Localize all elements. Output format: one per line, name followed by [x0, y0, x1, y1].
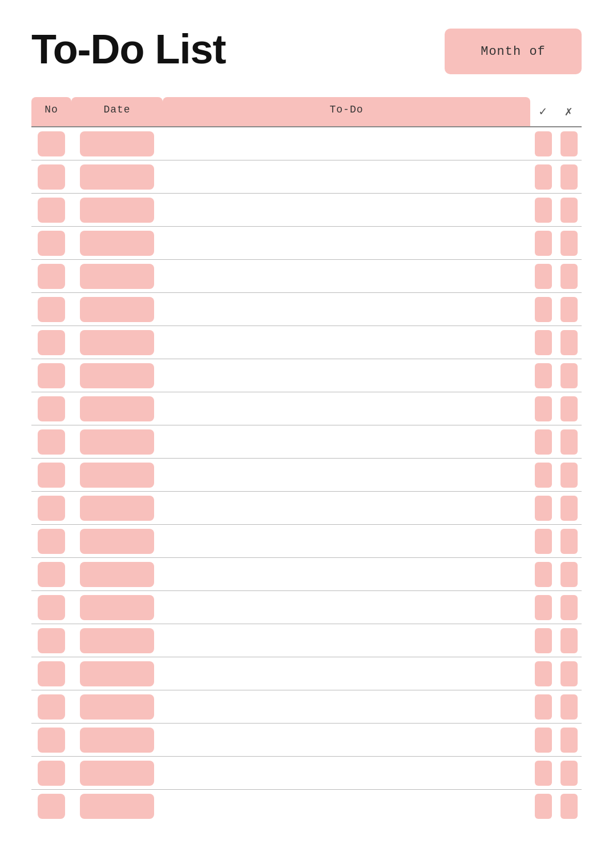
- cross-cell: [556, 757, 582, 789]
- check-box: [535, 231, 552, 256]
- date-cell: [71, 591, 163, 624]
- check-box: [535, 694, 552, 720]
- date-box: [80, 496, 154, 521]
- todo-cell[interactable]: [163, 227, 530, 259]
- date-box: [80, 330, 154, 355]
- cross-cell: [556, 690, 582, 723]
- cross-box: [560, 231, 578, 256]
- cross-cell: [556, 657, 582, 690]
- cross-cell: [556, 624, 582, 657]
- col-header-cross: ✗: [556, 97, 582, 126]
- date-cell: [71, 657, 163, 690]
- cross-cell: [556, 194, 582, 226]
- check-cell: [530, 127, 556, 160]
- date-box: [80, 363, 154, 388]
- no-box: [38, 661, 65, 686]
- todo-cell[interactable]: [163, 724, 530, 756]
- no-box: [38, 429, 65, 455]
- check-box: [535, 794, 552, 819]
- table-row: [31, 127, 582, 160]
- cross-box: [560, 628, 578, 653]
- date-box: [80, 595, 154, 620]
- date-box: [80, 529, 154, 554]
- todo-cell[interactable]: [163, 558, 530, 590]
- date-box: [80, 661, 154, 686]
- date-box: [80, 794, 154, 819]
- todo-cell[interactable]: [163, 160, 530, 193]
- date-cell: [71, 293, 163, 326]
- no-box: [38, 297, 65, 322]
- cross-box: [560, 496, 578, 521]
- cross-cell: [556, 558, 582, 590]
- check-cell: [530, 392, 556, 425]
- cross-cell: [556, 160, 582, 193]
- cross-cell: [556, 425, 582, 458]
- cross-cell: [556, 293, 582, 326]
- check-box: [535, 562, 552, 587]
- no-cell: [31, 724, 71, 756]
- cross-cell: [556, 591, 582, 624]
- date-cell: [71, 525, 163, 557]
- page-title: To-Do List: [31, 29, 226, 70]
- date-box: [80, 694, 154, 720]
- check-box: [535, 131, 552, 156]
- check-box: [535, 661, 552, 686]
- todo-cell[interactable]: [163, 260, 530, 292]
- cross-box: [560, 297, 578, 322]
- no-cell: [31, 227, 71, 259]
- cross-cell: [556, 525, 582, 557]
- todo-cell[interactable]: [163, 591, 530, 624]
- no-box: [38, 761, 65, 786]
- todo-cell[interactable]: [163, 359, 530, 392]
- todo-cell[interactable]: [163, 757, 530, 789]
- todo-cell[interactable]: [163, 127, 530, 160]
- todo-cell[interactable]: [163, 624, 530, 657]
- table-row: [31, 525, 582, 558]
- cross-box: [560, 463, 578, 488]
- todo-cell[interactable]: [163, 293, 530, 326]
- no-cell: [31, 790, 71, 823]
- no-box: [38, 728, 65, 753]
- date-box: [80, 463, 154, 488]
- todo-cell[interactable]: [163, 790, 530, 823]
- page-header: To-Do List Month of: [31, 29, 582, 74]
- cross-box: [560, 562, 578, 587]
- table-row: [31, 359, 582, 392]
- col-header-check: ✓: [530, 97, 556, 126]
- no-box: [38, 363, 65, 388]
- todo-cell[interactable]: [163, 425, 530, 458]
- check-cell: [530, 558, 556, 590]
- date-cell: [71, 260, 163, 292]
- date-box: [80, 198, 154, 223]
- date-cell: [71, 326, 163, 359]
- todo-cell[interactable]: [163, 459, 530, 491]
- date-cell: [71, 127, 163, 160]
- col-header-no: No: [31, 97, 71, 126]
- month-box[interactable]: Month of: [445, 29, 582, 74]
- no-box: [38, 231, 65, 256]
- todo-cell[interactable]: [163, 492, 530, 524]
- date-box: [80, 728, 154, 753]
- date-cell: [71, 425, 163, 458]
- no-box: [38, 396, 65, 421]
- no-cell: [31, 757, 71, 789]
- todo-cell[interactable]: [163, 194, 530, 226]
- check-cell: [530, 194, 556, 226]
- check-box: [535, 198, 552, 223]
- todo-cell[interactable]: [163, 690, 530, 723]
- no-cell: [31, 260, 71, 292]
- table-row: [31, 492, 582, 525]
- todo-table: No Date To-Do ✓ ✗: [31, 97, 582, 823]
- table-body: [31, 127, 582, 823]
- todo-cell[interactable]: [163, 525, 530, 557]
- no-box: [38, 496, 65, 521]
- todo-cell[interactable]: [163, 657, 530, 690]
- todo-cell[interactable]: [163, 392, 530, 425]
- date-box: [80, 131, 154, 156]
- cross-cell: [556, 227, 582, 259]
- date-cell: [71, 558, 163, 590]
- date-cell: [71, 492, 163, 524]
- todo-cell[interactable]: [163, 326, 530, 359]
- cross-cell: [556, 359, 582, 392]
- cross-box: [560, 396, 578, 421]
